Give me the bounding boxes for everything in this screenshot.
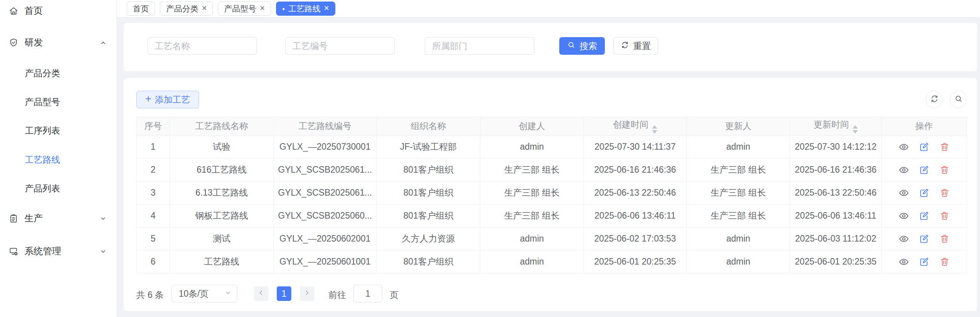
reset-button-label: 重置 bbox=[633, 40, 651, 52]
sidebar-item-home[interactable]: 首页 bbox=[0, 2, 116, 19]
active-dot-icon: ● bbox=[282, 7, 285, 11]
close-icon[interactable]: × bbox=[260, 4, 265, 13]
chevron-down-icon bbox=[224, 289, 232, 299]
cell-actions bbox=[882, 204, 967, 227]
table-row: 3 6.13工艺路线 GYLX_SCSB2025061... 801客户组织 生… bbox=[137, 181, 967, 204]
delete-icon[interactable] bbox=[939, 165, 950, 175]
pagination-total: 共 6 条 bbox=[136, 289, 164, 301]
col-header-route-code: 工艺路线编号 bbox=[274, 117, 377, 136]
page-size-select[interactable]: 10条/页 bbox=[172, 285, 237, 302]
cell-updater: admin bbox=[687, 227, 790, 250]
table-search-button[interactable] bbox=[950, 91, 967, 108]
goto-label: 前往 bbox=[328, 289, 346, 301]
view-icon[interactable] bbox=[898, 188, 909, 198]
prev-page-button[interactable] bbox=[254, 286, 268, 301]
cell-org-name: 801客户组织 bbox=[377, 250, 480, 273]
sidebar-item-production[interactable]: 生产 bbox=[0, 210, 116, 227]
refresh-icon bbox=[621, 41, 629, 52]
view-icon[interactable] bbox=[898, 142, 909, 152]
chevron-down-icon bbox=[99, 247, 107, 255]
tab-product-category[interactable]: 产品分类 × bbox=[160, 2, 213, 16]
cell-actions bbox=[882, 158, 967, 181]
cell-update-time: 2025-07-30 14:12:12 bbox=[790, 136, 882, 158]
col-header-create-time[interactable]: 创建时间 bbox=[584, 117, 687, 136]
tab-home[interactable]: 首页 bbox=[127, 2, 155, 16]
tab-label: 工艺路线 bbox=[288, 3, 320, 14]
tab-label: 产品型号 bbox=[224, 3, 256, 14]
view-icon[interactable] bbox=[898, 211, 909, 221]
sidebar-item-label: 首页 bbox=[24, 5, 43, 17]
sidebar-item-label: 生产 bbox=[24, 212, 43, 224]
view-icon[interactable] bbox=[898, 234, 909, 244]
department-input[interactable] bbox=[425, 37, 534, 55]
sidebar-item-process-list[interactable]: 工序列表 bbox=[25, 122, 113, 139]
view-icon[interactable] bbox=[898, 165, 909, 175]
view-icon[interactable] bbox=[898, 257, 909, 267]
cell-create-time: 2025-06-02 17:03:53 bbox=[584, 227, 687, 250]
delete-icon[interactable] bbox=[939, 234, 950, 244]
sort-icon[interactable] bbox=[652, 125, 657, 134]
tab-process-route[interactable]: ● 工艺路线 × bbox=[276, 2, 335, 16]
process-name-input[interactable] bbox=[147, 37, 257, 55]
tab-label: 首页 bbox=[133, 3, 149, 14]
col-header-update-time[interactable]: 更新时间 bbox=[790, 117, 882, 136]
edit-icon[interactable] bbox=[919, 188, 929, 198]
close-icon[interactable]: × bbox=[202, 4, 207, 13]
sidebar-item-product-list[interactable]: 产品列表 bbox=[25, 180, 113, 197]
add-process-button[interactable]: + 添加工艺 bbox=[136, 91, 199, 108]
cell-updater: 生产三部 组长 bbox=[687, 181, 790, 204]
cell-create-time: 2025-06-01 20:25:35 bbox=[584, 250, 687, 273]
page-unit-label: 页 bbox=[390, 289, 399, 301]
table-row: 5 测试 GYLX_—20250602001 久方人力资源 admin 2025… bbox=[137, 227, 967, 250]
edit-icon[interactable] bbox=[919, 165, 929, 175]
tab-bar: 首页 产品分类 × 产品型号 × ● 工艺路线 × bbox=[117, 0, 980, 18]
search-button[interactable]: 搜索 bbox=[559, 37, 605, 55]
cell-index: 1 bbox=[137, 136, 170, 158]
page-number-button[interactable]: 1 bbox=[277, 286, 291, 301]
search-panel: 搜索 重置 bbox=[124, 23, 977, 71]
close-icon[interactable]: × bbox=[324, 4, 329, 13]
cell-create-time: 2025-06-16 21:46:36 bbox=[584, 158, 687, 181]
delete-icon[interactable] bbox=[939, 211, 950, 221]
process-code-input[interactable] bbox=[285, 37, 395, 55]
tab-label: 产品分类 bbox=[166, 3, 198, 14]
sidebar-item-label: 系统管理 bbox=[24, 245, 61, 257]
col-header-label: 更新时间 bbox=[814, 119, 849, 129]
sidebar-item-product-category[interactable]: 产品分类 bbox=[25, 65, 113, 82]
col-header-org-name: 组织名称 bbox=[377, 117, 480, 136]
cell-route-code: GYLX_SCSB2025061... bbox=[274, 158, 377, 181]
cell-route-name: 6.13工艺路线 bbox=[170, 181, 274, 204]
cell-index: 2 bbox=[137, 158, 170, 181]
cell-route-name: 工艺路线 bbox=[170, 250, 274, 273]
cell-update-time: 2025-06-06 13:46:11 bbox=[790, 204, 882, 227]
table-body: 1 试验 GYLX_—20250730001 JF-试验工程部 admin 20… bbox=[137, 136, 967, 273]
search-icon bbox=[567, 41, 576, 52]
refresh-table-button[interactable] bbox=[926, 91, 943, 108]
edit-icon[interactable] bbox=[919, 234, 929, 244]
table-row: 4 钢板工艺路线 GYLX_SCSB2025060... 801客户组织 生产三… bbox=[137, 204, 967, 227]
cell-creator: 生产三部 组长 bbox=[480, 158, 584, 181]
reset-button[interactable]: 重置 bbox=[613, 37, 658, 55]
goto-page-input[interactable] bbox=[353, 285, 382, 302]
sidebar-item-label: 研发 bbox=[24, 36, 43, 49]
cell-org-name: 801客户组织 bbox=[377, 181, 480, 204]
sidebar-item-system[interactable]: 系统管理 bbox=[0, 243, 116, 260]
edit-icon[interactable] bbox=[919, 211, 929, 221]
col-header-actions: 操作 bbox=[882, 117, 967, 136]
delete-icon[interactable] bbox=[939, 142, 950, 152]
cell-route-name: 测试 bbox=[170, 227, 274, 250]
cell-creator: 生产三部 组长 bbox=[480, 204, 584, 227]
delete-icon[interactable] bbox=[939, 257, 950, 267]
tab-product-model[interactable]: 产品型号 × bbox=[218, 2, 271, 16]
table-row: 1 试验 GYLX_—20250730001 JF-试验工程部 admin 20… bbox=[137, 136, 967, 158]
sidebar-item-rnd[interactable]: 研发 bbox=[0, 34, 116, 51]
next-page-button[interactable] bbox=[300, 286, 314, 301]
sort-icon[interactable] bbox=[853, 125, 858, 134]
edit-icon[interactable] bbox=[919, 257, 929, 267]
delete-icon[interactable] bbox=[939, 188, 950, 198]
sidebar-item-product-model[interactable]: 产品型号 bbox=[25, 93, 113, 110]
search-icon bbox=[954, 94, 963, 105]
sidebar-item-process-route[interactable]: 工艺路线 bbox=[25, 151, 113, 168]
cell-index: 4 bbox=[137, 204, 170, 227]
edit-icon[interactable] bbox=[919, 142, 929, 152]
